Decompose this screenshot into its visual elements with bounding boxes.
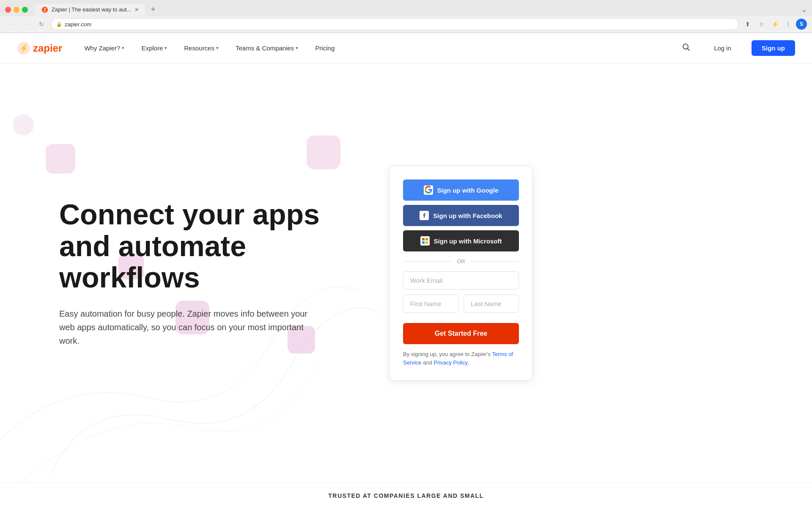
hero-right: Sign up with Google Sign up with Faceboo… <box>381 64 558 483</box>
hero-subtitle: Easy automation for busy people. Zapier … <box>59 307 313 348</box>
nav-item-resources[interactable]: Resources ▾ <box>182 41 220 55</box>
nav-item-why-zapier[interactable]: Why Zapier? ▾ <box>82 41 126 55</box>
hero-left: Connect your apps and automate workflows… <box>0 64 381 483</box>
chevron-down-icon: ▾ <box>216 45 219 51</box>
extensions-icon[interactable]: ⚡ <box>769 18 781 30</box>
share-icon[interactable]: ⬆ <box>742 18 754 30</box>
divider-line-left <box>403 261 452 262</box>
svg-text:⚡: ⚡ <box>19 44 29 53</box>
first-name-input[interactable] <box>403 295 458 313</box>
tab-favicon: Z <box>41 6 48 13</box>
new-tab-button[interactable]: + <box>147 4 159 16</box>
close-tab-button[interactable]: ✕ <box>134 7 139 13</box>
signup-nav-button[interactable]: Sign up <box>752 40 795 56</box>
address-bar[interactable]: 🔒 zapier.com <box>51 18 738 30</box>
trusted-companies-text: TRUSTED AT COMPANIES LARGE AND SMALL <box>328 492 483 499</box>
name-row <box>403 295 519 318</box>
get-started-button[interactable]: Get Started Free <box>403 323 519 344</box>
hero-title: Connect your apps and automate workflows <box>59 199 347 293</box>
svg-line-5 <box>688 49 690 51</box>
hero-section: Connect your apps and automate workflows… <box>0 64 812 483</box>
browser-chrome: Z Zapier | The easiest way to aut... ✕ +… <box>0 0 812 33</box>
divider-line-right <box>470 261 519 262</box>
signup-facebook-button[interactable]: Sign up with Facebook <box>403 205 519 226</box>
privacy-policy-link[interactable]: Privacy Policy <box>433 359 467 366</box>
tab-title: Zapier | The easiest way to aut... <box>52 6 131 13</box>
back-button[interactable]: ← <box>5 18 17 30</box>
expand-button[interactable]: ⌄ <box>801 6 807 14</box>
bookmark-icon[interactable]: ☆ <box>755 18 767 30</box>
main-nav: ⚡ zapier Why Zapier? ▾ Explore ▾ Resourc… <box>0 33 812 64</box>
reload-button[interactable]: ↻ <box>36 18 47 30</box>
signup-google-button[interactable]: Sign up with Google <box>403 179 519 201</box>
logo-icon: ⚡ <box>17 41 30 55</box>
url-text: zapier.com <box>65 21 91 28</box>
logo[interactable]: ⚡ zapier <box>17 41 62 55</box>
browser-menu-icon[interactable]: ⋮ <box>782 18 794 30</box>
active-tab[interactable]: Z Zapier | The easiest way to aut... ✕ <box>35 4 145 16</box>
lock-icon: 🔒 <box>56 22 62 27</box>
browser-tabs: Z Zapier | The easiest way to aut... ✕ +… <box>0 0 812 16</box>
legal-text: By signing up, you agree to Zapier's Ter… <box>403 350 519 367</box>
svg-text:Z: Z <box>44 8 46 12</box>
forward-button[interactable]: → <box>20 18 32 30</box>
chevron-down-icon: ▾ <box>296 45 298 51</box>
google-icon <box>424 185 433 195</box>
last-name-input[interactable] <box>464 295 519 313</box>
traffic-lights <box>5 7 28 13</box>
minimize-window-button[interactable] <box>14 7 19 13</box>
search-icon[interactable] <box>682 43 690 53</box>
email-input[interactable] <box>403 271 519 290</box>
signup-card: Sign up with Google Sign up with Faceboo… <box>389 166 533 381</box>
facebook-icon <box>420 211 429 220</box>
page: ⚡ zapier Why Zapier? ▾ Explore ▾ Resourc… <box>0 33 812 508</box>
toolbar-actions: ⬆ ☆ ⚡ ⋮ S <box>742 18 807 30</box>
nav-item-explore[interactable]: Explore ▾ <box>140 41 169 55</box>
logo-text: zapier <box>33 42 62 54</box>
close-window-button[interactable] <box>5 7 11 13</box>
maximize-window-button[interactable] <box>22 7 28 13</box>
nav-item-pricing[interactable]: Pricing <box>313 41 336 55</box>
login-button[interactable]: Log in <box>707 41 738 55</box>
signup-microsoft-button[interactable]: Sign up with Microsoft <box>403 230 519 251</box>
chevron-down-icon: ▾ <box>165 45 167 51</box>
chevron-down-icon: ▾ <box>122 45 124 51</box>
browser-toolbar: ← → ↻ 🔒 zapier.com ⬆ ☆ ⚡ ⋮ S <box>0 16 812 33</box>
bottom-banner: TRUSTED AT COMPANIES LARGE AND SMALL <box>0 483 812 508</box>
microsoft-icon <box>420 236 430 246</box>
profile-icon[interactable]: S <box>796 19 807 30</box>
or-divider: OR <box>403 258 519 265</box>
nav-item-teams[interactable]: Teams & Companies ▾ <box>234 41 300 55</box>
